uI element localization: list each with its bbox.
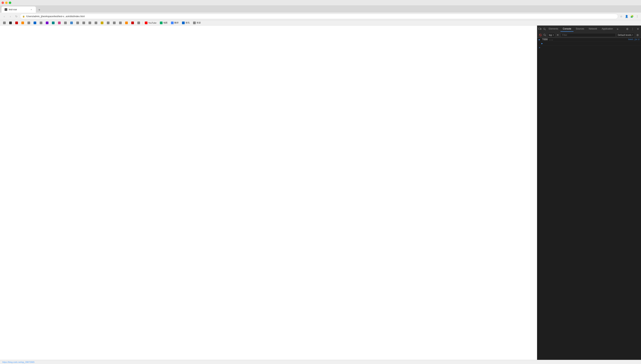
console-entry-file[interactable]: test.js:2: [628, 38, 639, 40]
svg-point-2: [543, 28, 545, 30]
resources-favicon: [193, 22, 196, 24]
console-expand-arrow[interactable]: ▶: [541, 42, 544, 45]
tab-close-button[interactable]: ×: [30, 8, 33, 11]
devtools-more-icon[interactable]: ⋮: [630, 27, 635, 31]
console-entry-arrow[interactable]: ▶: [539, 38, 541, 41]
bookmark-news-label: 资讯: [185, 21, 190, 24]
bookmark-item[interactable]: [99, 21, 105, 24]
new-tab-button[interactable]: +: [37, 7, 42, 12]
console-filter-input[interactable]: [560, 33, 616, 37]
bookmark-item[interactable]: [32, 21, 38, 24]
main-area: Elements Console Sources Network Applica…: [0, 26, 641, 360]
bookmark-item[interactable]: [50, 21, 56, 24]
bookmark-favicon: [46, 22, 49, 24]
bookmark-maps[interactable]: 地图: [158, 21, 169, 24]
devtools-tab-elements[interactable]: Elements: [546, 26, 560, 32]
svg-rect-0: [539, 28, 540, 30]
devtools-tab-icons: ⚙ ⋮ ✕: [625, 27, 640, 31]
browser-viewport: [0, 26, 537, 360]
status-bar: https://blog.csdn.net/qq_39872665: [0, 360, 641, 364]
bookmark-item[interactable]: [2, 21, 7, 24]
devtools-settings-icon[interactable]: ⚙: [625, 27, 629, 31]
bookmark-item[interactable]: [26, 21, 32, 24]
profile-icon[interactable]: 👤: [624, 14, 629, 19]
bookmark-favicon: [101, 22, 103, 24]
bookmark-youtube[interactable]: YouTube: [143, 21, 158, 24]
bookmark-resources[interactable]: 资源: [192, 21, 202, 24]
bookmark-item[interactable]: [57, 21, 62, 24]
devtools-tab-sources[interactable]: Sources: [573, 26, 586, 32]
console-toolbar: 🚫 top ▾ 👁 Default levels: [537, 32, 641, 38]
bookmark-item[interactable]: [63, 21, 68, 24]
svg-point-4: [544, 34, 545, 36]
bookmark-item[interactable]: [44, 21, 50, 24]
reload-button[interactable]: ↻: [14, 14, 19, 19]
devtools-inspect-icon[interactable]: [543, 27, 546, 31]
bookmark-favicon: [3, 22, 6, 24]
menu-icon[interactable]: ⋮: [635, 14, 639, 19]
devtools-tab-console[interactable]: Console: [560, 26, 573, 32]
address-text: /Users/admin_lj/workspace/test/test-v...…: [26, 15, 616, 18]
devtools-panel: Elements Console Sources Network Applica…: [537, 26, 641, 360]
console-entry-text: TODO ...: [542, 38, 628, 41]
console-filter-button[interactable]: [543, 33, 547, 37]
news-favicon: [182, 22, 185, 24]
nav-extras: ☆ 👤 🧩 ⋮: [619, 14, 639, 19]
console-context-selector[interactable]: top ▾: [547, 33, 555, 37]
console-settings-icon[interactable]: ⚙: [635, 33, 640, 37]
bookmark-favicon: [137, 22, 140, 24]
devtools-device-icon[interactable]: [538, 27, 542, 31]
bookmark-youtube-label: YouTube: [148, 22, 156, 24]
address-bar[interactable]: 🔒 /Users/admin_lj/workspace/test/test-v.…: [20, 14, 618, 19]
bookmark-item[interactable]: [81, 21, 87, 24]
chevron-down-icon: ▾: [632, 34, 633, 36]
status-url: https://blog.csdn.net/qq_39872665: [2, 361, 35, 363]
console-entry-expanded: ▶: [537, 42, 641, 46]
console-eye-button[interactable]: 👁: [556, 33, 560, 37]
bookmark-divider: [142, 21, 143, 24]
devtools-tab-application[interactable]: Application: [599, 26, 615, 32]
devtools-more-tabs-button[interactable]: »: [615, 27, 620, 31]
bookmark-favicon: [95, 22, 97, 24]
active-tab[interactable]: test-vue ×: [2, 6, 36, 12]
forward-button[interactable]: ›: [8, 14, 13, 19]
bookmark-item[interactable]: [14, 21, 20, 24]
minimize-button[interactable]: [5, 2, 8, 4]
bookmark-item[interactable]: [75, 21, 81, 24]
bookmark-favicon: [125, 22, 128, 24]
bookmark-item[interactable]: [136, 21, 142, 24]
devtools-tab-network[interactable]: Network: [586, 26, 599, 32]
console-content: ▶ TODO ... test.js:2 ▶ >: [537, 38, 641, 360]
devtools-tabs: Elements Console Sources Network Applica…: [537, 26, 641, 32]
bookmark-favicon: [40, 22, 42, 24]
bookmark-item[interactable]: [38, 21, 44, 24]
bookmark-star-icon[interactable]: ☆: [619, 14, 623, 19]
bookmark-resources-label: 资源: [196, 21, 201, 24]
bookmark-item[interactable]: [87, 21, 93, 24]
bookmark-item[interactable]: [8, 21, 13, 24]
devtools-close-icon[interactable]: ✕: [636, 27, 640, 31]
console-levels-selector[interactable]: Default levels ▾: [616, 33, 634, 37]
svg-line-5: [545, 35, 546, 36]
bookmark-item[interactable]: [130, 21, 135, 24]
bookmark-news[interactable]: 资讯: [180, 21, 191, 24]
svg-line-3: [545, 29, 546, 30]
bookmark-item[interactable]: [69, 21, 74, 24]
bookmark-favicon: [131, 22, 134, 24]
maximize-button[interactable]: [9, 2, 11, 4]
bookmark-item[interactable]: [93, 21, 99, 24]
bookmark-favicon: [89, 22, 91, 24]
bookmark-item[interactable]: [20, 21, 26, 24]
bookmark-translate[interactable]: 翻译: [169, 21, 180, 24]
extensions-icon[interactable]: 🧩: [629, 14, 634, 19]
close-button[interactable]: [2, 2, 4, 4]
back-button[interactable]: ‹: [2, 14, 7, 19]
bookmark-item[interactable]: [118, 21, 123, 24]
console-clear-button[interactable]: 🚫: [538, 33, 542, 37]
tab-bar: test-vue × +: [0, 5, 641, 12]
bookmark-item[interactable]: [105, 21, 111, 24]
address-lock-icon: 🔒: [22, 15, 25, 18]
bookmark-item[interactable]: [124, 21, 129, 24]
bookmark-item[interactable]: [111, 21, 117, 24]
bookmark-favicon: [28, 22, 30, 24]
